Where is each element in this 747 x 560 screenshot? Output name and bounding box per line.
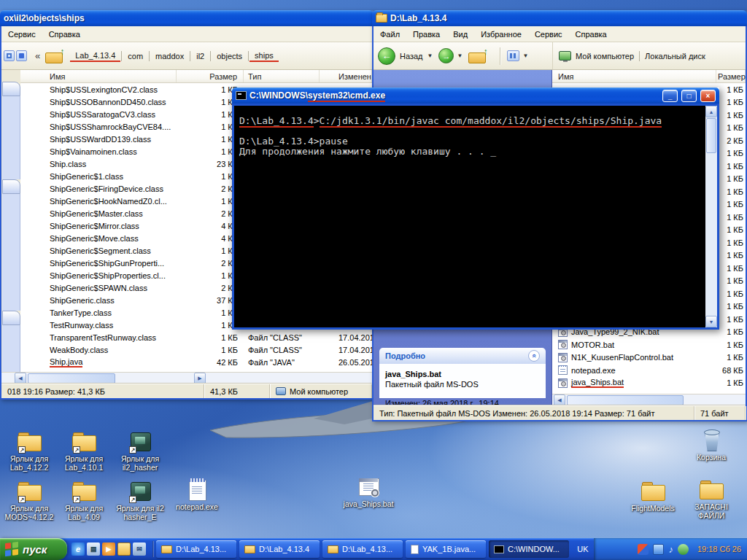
menu-item[interactable]: Справка xyxy=(569,28,614,41)
scroll-up-arrow[interactable]: ▲ xyxy=(705,106,717,117)
left-horizontal-scrollbar[interactable]: ◀ ▶ xyxy=(1,372,372,384)
file-row[interactable]: N1K_KuusenFlapControl.bat1 КБ xyxy=(552,351,746,365)
file-row[interactable]: WeakBody.class1 КБФайл "CLASS"17.04.201 xyxy=(20,343,372,356)
breadcrumb-item[interactable]: ships xyxy=(249,50,279,62)
scroll-left-arrow[interactable]: ◀ xyxy=(554,394,565,406)
forward-dropdown-icon[interactable]: ▼ xyxy=(457,52,462,59)
column-header-name[interactable]: Имя xyxy=(552,70,716,82)
right-horizontal-scrollbar[interactable]: ◀ xyxy=(552,394,746,405)
breadcrumb-item[interactable]: com xyxy=(123,51,148,61)
desktop-icon[interactable]: ↗Ярлык для Lab_4.10.1 xyxy=(58,430,110,472)
forward-icon[interactable]: → xyxy=(438,48,454,63)
task-strip-header[interactable] xyxy=(2,82,20,96)
views-dropdown-icon[interactable]: ▼ xyxy=(522,52,528,59)
column-header-size[interactable]: Размер xyxy=(716,70,746,82)
right-window-titlebar[interactable]: D:\Lab_4.13.4 xyxy=(372,10,747,26)
taskbar-task[interactable]: D:\Lab_4.13... xyxy=(156,540,236,558)
desktop-icon[interactable]: ↗Ярлык для Lab_4.12.2 xyxy=(3,430,55,472)
screen-tray-icon[interactable] xyxy=(653,544,664,555)
file-type: Файл "CLASS" xyxy=(244,333,320,342)
folder-up-icon[interactable]: ↑ xyxy=(45,49,63,63)
usb-tray-icon[interactable] xyxy=(678,544,689,555)
menu-item[interactable]: Правка xyxy=(406,28,446,41)
desktop-icon-label: ЗАПАСНI ФАЙЛИ xyxy=(685,502,738,520)
taskbar-task[interactable]: D:\Lab_4.13.4 xyxy=(239,540,320,558)
breadcrumb-item[interactable]: Lab_4.13.4 xyxy=(70,50,120,62)
console-scrollbar[interactable]: ▲ ▼ xyxy=(705,106,717,327)
taskbar-clock[interactable]: 19:18 Сб 26 xyxy=(693,545,741,553)
file-row[interactable]: MOTOR.bat1 КБ xyxy=(552,338,746,351)
file-name: Ship$USSSaratogaCV3.class xyxy=(50,110,155,119)
vol-tray-icon[interactable]: ♪ xyxy=(668,544,673,555)
back-button-label[interactable]: Назад xyxy=(400,52,423,61)
cmd-titlebar[interactable]: C:\WINDOWS\system32\cmd.exe _ □ × xyxy=(232,88,719,104)
collapse-chevron-icon[interactable]: « xyxy=(528,350,540,362)
desktop-quicklaunch-icon[interactable]: ▤ xyxy=(87,542,100,556)
close-button[interactable]: × xyxy=(700,90,716,102)
scroll-left-arrow[interactable]: ◀ xyxy=(15,373,26,384)
taskbar-task[interactable]: D:\Lab_4.13... xyxy=(322,540,403,558)
desktop-icon[interactable]: ↗Ярлык для Lab_4.09 xyxy=(58,480,110,521)
task-strip-header[interactable] xyxy=(2,179,20,194)
desktop-icon[interactable]: ↗Ярлык для il2 hasher_E xyxy=(114,480,166,521)
column-header-size[interactable]: Размер xyxy=(177,70,244,82)
maximize-button[interactable]: □ xyxy=(681,90,697,102)
breadcrumb-item[interactable]: il2 xyxy=(191,51,209,61)
address-segment[interactable]: Мой компьютер xyxy=(576,52,634,61)
up-folder-icon[interactable]: ↑ xyxy=(468,49,486,63)
language-indicator[interactable]: UK xyxy=(572,540,594,558)
breadcrumb-overflow-chevron[interactable]: « xyxy=(35,50,40,61)
scroll-thumb[interactable] xyxy=(706,118,716,153)
desktop-icon[interactable]: ↗Ярлык для MODS~4.12.2 xyxy=(3,480,55,521)
desktop-icon[interactable]: ЗАПАСНI ФАЙЛИ xyxy=(685,478,738,520)
right-toolbar: ← Назад ▼ → ▼ ↑ ▼ Мой компьютер Локальны… xyxy=(374,42,746,70)
scroll-thumb[interactable] xyxy=(567,395,684,405)
address-segment[interactable]: Локальный диск xyxy=(645,52,705,61)
breadcrumb-item[interactable]: objects xyxy=(212,51,247,61)
left-window-titlebar[interactable]: ox\il2\objects\ships xyxy=(0,10,374,26)
menu-item[interactable]: Сервис xyxy=(1,28,42,41)
file-row[interactable]: TransparentTestRunway.class1 КБФайл "CLA… xyxy=(20,331,372,343)
task-strip-header[interactable] xyxy=(2,311,20,325)
media-quicklaunch-icon[interactable]: ▶ xyxy=(102,542,115,556)
file-row[interactable]: java_Ships.bat1 КБ xyxy=(552,377,746,390)
menu-item[interactable]: Файл xyxy=(374,28,406,41)
breadcrumb-item[interactable]: maddox xyxy=(150,51,189,61)
file-size: 1 КБ xyxy=(716,187,746,196)
grid-view-icon[interactable] xyxy=(4,50,15,61)
console-output[interactable]: D:\Lab_4.13.4>C:/jdk1.3.1/bin/javac com/… xyxy=(234,106,705,327)
desktop-icon[interactable]: Корзина xyxy=(685,429,738,462)
scroll-right-arrow[interactable]: ▶ xyxy=(194,373,206,384)
right-statusbar: Тип: Пакетный файл MS-DOS Изменен: 26.05… xyxy=(374,405,746,420)
file-row[interactable]: Ship.java42 КБФайл "JAVA"26.05.201 xyxy=(20,356,372,368)
panel-toggle-icon[interactable] xyxy=(16,50,27,61)
file-size: 2 КБ xyxy=(716,136,746,145)
menu-item[interactable]: Вид xyxy=(446,28,474,41)
start-button[interactable]: пуск xyxy=(0,538,67,560)
desktop-icon[interactable]: FlightModels xyxy=(627,480,679,513)
mail-quicklaunch-icon[interactable]: ✉ xyxy=(133,542,146,556)
file-name: ShipGeneric$Move.class xyxy=(50,234,139,243)
back-icon[interactable]: ← xyxy=(378,47,395,65)
column-header-type[interactable]: Тип xyxy=(244,70,320,82)
views-icon[interactable] xyxy=(507,50,519,61)
menu-item[interactable]: Сервис xyxy=(528,28,569,41)
back-dropdown-icon[interactable]: ▼ xyxy=(427,52,433,59)
desktop-icon[interactable]: java_Ships.bat xyxy=(342,475,395,508)
column-header-modified[interactable]: Изменен xyxy=(320,70,372,82)
scroll-thumb[interactable] xyxy=(28,373,115,384)
file-row[interactable]: notepad.exe68 КБ xyxy=(552,364,746,377)
minimize-button[interactable]: _ xyxy=(662,90,678,102)
folder-quicklaunch-icon[interactable] xyxy=(117,542,131,556)
details-panel-header[interactable]: Подробно « xyxy=(379,348,546,364)
taskbar-task[interactable]: YAK_1B.java... xyxy=(406,540,486,558)
menu-item[interactable]: Избранное xyxy=(474,28,528,41)
menu-item[interactable]: Справка xyxy=(42,28,87,41)
taskbar-task[interactable]: C:\WINDOW... xyxy=(489,540,569,558)
column-header-name[interactable]: Имя xyxy=(20,70,177,82)
desktop-icon[interactable]: notepad.exe xyxy=(171,478,223,511)
ie-quicklaunch-icon[interactable]: e xyxy=(71,542,85,556)
desktop-icon[interactable]: ↗Ярлык для il2_hasher xyxy=(114,430,166,472)
scroll-down-arrow[interactable]: ▼ xyxy=(705,316,717,327)
shield-tray-icon[interactable] xyxy=(638,544,649,555)
